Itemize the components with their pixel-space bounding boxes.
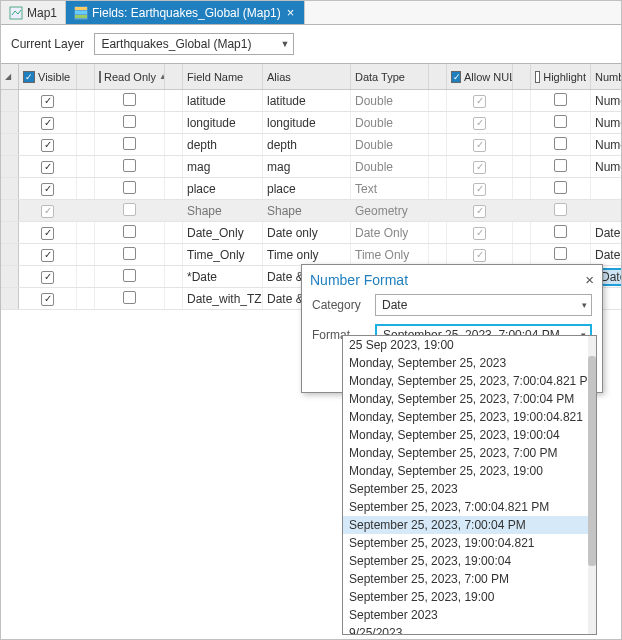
cell-fieldname[interactable]: Time_Only <box>183 244 263 265</box>
checkbox-icon[interactable] <box>123 203 136 216</box>
cell-fieldname[interactable]: Date_with_TZ <box>183 288 263 309</box>
dropdown-option[interactable]: September 25, 2023, 19:00:04 <box>343 552 588 570</box>
checkbox-icon[interactable] <box>554 247 567 260</box>
cell-numfmt[interactable]: Date <box>591 244 622 265</box>
dropdown-option[interactable]: Monday, September 25, 2023 <box>343 354 588 372</box>
row-handle[interactable] <box>1 134 19 155</box>
cell-fieldname[interactable]: Shape <box>183 200 263 221</box>
cell-numfmt[interactable]: Numeric <box>591 90 622 111</box>
cell-datatype[interactable]: Double <box>351 90 429 111</box>
col-fieldname[interactable]: Field Name <box>183 64 263 89</box>
checkbox-icon[interactable] <box>473 205 486 218</box>
table-row[interactable]: magmagDoubleNumeric <box>1 156 621 178</box>
row-handle[interactable] <box>1 90 19 111</box>
checkbox-icon[interactable] <box>123 137 136 150</box>
cell-datatype[interactable]: Date Only <box>351 222 429 243</box>
cell-numfmt[interactable]: Numeric <box>591 112 622 133</box>
checkbox-icon[interactable] <box>473 227 486 240</box>
col-allownull[interactable]: Allow NULL <box>447 64 513 89</box>
cell-datatype[interactable]: Geometry <box>351 200 429 221</box>
cell-datatype[interactable]: Time Only <box>351 244 429 265</box>
row-selector-header[interactable]: ◢ <box>1 64 19 89</box>
cell-alias[interactable]: Shape <box>263 200 351 221</box>
dropdown-option[interactable]: September 25, 2023 <box>343 480 588 498</box>
dropdown-option[interactable]: Monday, September 25, 2023, 19:00:04.821 <box>343 408 588 426</box>
checkbox-icon[interactable] <box>123 115 136 128</box>
row-handle[interactable] <box>1 288 19 309</box>
checkbox-icon[interactable] <box>123 225 136 238</box>
checkbox-icon[interactable] <box>554 203 567 216</box>
checkbox-icon[interactable] <box>123 93 136 106</box>
checkbox-icon[interactable] <box>41 205 54 218</box>
checkbox-icon[interactable] <box>41 249 54 262</box>
checkbox-icon[interactable] <box>473 117 486 130</box>
dropdown-option[interactable]: September 2023 <box>343 606 588 624</box>
cell-alias[interactable]: depth <box>263 134 351 155</box>
checkbox-icon[interactable] <box>123 247 136 260</box>
checkbox-icon[interactable] <box>41 293 54 306</box>
format-dropdown[interactable]: 25 Sep 2023, 19:00Monday, September 25, … <box>342 335 597 635</box>
cell-fieldname[interactable]: mag <box>183 156 263 177</box>
table-row[interactable]: longitudelongitudeDoubleNumeric <box>1 112 621 134</box>
row-handle[interactable] <box>1 244 19 265</box>
cell-numfmt[interactable]: Numeric <box>591 156 622 177</box>
checkbox-icon[interactable] <box>41 95 54 108</box>
col-numfmt[interactable]: Number Format <box>591 64 622 89</box>
row-handle[interactable] <box>1 266 19 287</box>
cell-numfmt[interactable]: Numeric <box>591 134 622 155</box>
checkbox-icon[interactable] <box>473 161 486 174</box>
checkbox-icon[interactable] <box>123 181 136 194</box>
col-datatype[interactable]: Data Type <box>351 64 429 89</box>
category-combo[interactable]: Date ▾ <box>375 294 592 316</box>
dropdown-option[interactable]: 9/25/2023 <box>343 624 588 634</box>
table-row[interactable]: ShapeShapeGeometry <box>1 200 621 222</box>
row-handle[interactable] <box>1 178 19 199</box>
dropdown-option[interactable]: Monday, September 25, 2023, 19:00 <box>343 462 588 480</box>
cell-fieldname[interactable]: Date_Only <box>183 222 263 243</box>
checkbox-icon[interactable] <box>41 161 54 174</box>
dropdown-option[interactable]: 25 Sep 2023, 19:00 <box>343 336 588 354</box>
col-readonly[interactable]: Read Only▲ <box>95 64 165 89</box>
checkbox-icon[interactable] <box>473 183 486 196</box>
cell-fieldname[interactable]: depth <box>183 134 263 155</box>
dropdown-option[interactable]: September 25, 2023, 19:00 <box>343 588 588 606</box>
table-row[interactable]: latitudelatitudeDoubleNumeric <box>1 90 621 112</box>
tab-fields[interactable]: Fields: Earthquakes_Global (Map1) × <box>66 1 305 24</box>
checkbox-icon[interactable] <box>41 183 54 196</box>
scrollbar-thumb[interactable] <box>588 356 596 566</box>
checkbox-icon[interactable] <box>41 271 54 284</box>
checkbox-icon[interactable] <box>473 139 486 152</box>
checkbox-icon[interactable] <box>554 181 567 194</box>
checkbox-icon[interactable] <box>473 249 486 262</box>
cell-datatype[interactable]: Double <box>351 134 429 155</box>
close-icon[interactable]: × <box>585 271 594 288</box>
cell-fieldname[interactable]: longitude <box>183 112 263 133</box>
col-highlight[interactable]: Highlight <box>531 64 591 89</box>
row-handle[interactable] <box>1 200 19 221</box>
col-visible[interactable]: Visible <box>19 64 77 89</box>
dropdown-option[interactable]: Monday, September 25, 2023, 7:00:04.821 … <box>343 372 588 390</box>
row-handle[interactable] <box>1 112 19 133</box>
cell-alias[interactable]: Time only <box>263 244 351 265</box>
checkbox-icon[interactable] <box>554 115 567 128</box>
table-row[interactable]: depthdepthDoubleNumeric <box>1 134 621 156</box>
checkbox-icon[interactable] <box>554 93 567 106</box>
dropdown-option[interactable]: September 25, 2023, 7:00:04.821 PM <box>343 498 588 516</box>
row-handle[interactable] <box>1 156 19 177</box>
dropdown-option[interactable]: September 25, 2023, 7:00:04 PM <box>343 516 588 534</box>
checkbox-icon[interactable] <box>554 159 567 172</box>
cell-datatype[interactable]: Double <box>351 156 429 177</box>
cell-datatype[interactable]: Text <box>351 178 429 199</box>
cell-alias[interactable]: place <box>263 178 351 199</box>
cell-alias[interactable]: longitude <box>263 112 351 133</box>
cell-alias[interactable]: latitude <box>263 90 351 111</box>
checkbox-icon[interactable] <box>123 291 136 304</box>
dropdown-option[interactable]: Monday, September 25, 2023, 7:00:04 PM <box>343 390 588 408</box>
cell-numfmt[interactable] <box>591 200 622 221</box>
checkbox-icon[interactable] <box>41 139 54 152</box>
dropdown-option[interactable]: Monday, September 25, 2023, 7:00 PM <box>343 444 588 462</box>
cell-numfmt[interactable]: Date <box>591 222 622 243</box>
col-alias[interactable]: Alias <box>263 64 351 89</box>
table-row[interactable]: placeplaceText <box>1 178 621 200</box>
tab-map1[interactable]: Map1 <box>1 1 66 24</box>
